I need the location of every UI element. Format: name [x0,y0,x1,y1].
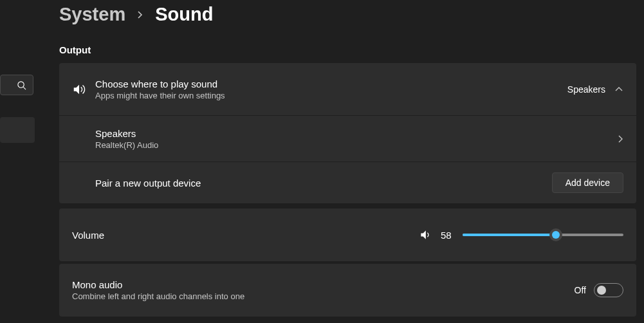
mono-audio-subtitle: Combine left and right audio channels in… [72,291,575,301]
mono-audio-state: Off [575,285,586,295]
volume-slider[interactable] [463,228,623,241]
search-box[interactable] [0,75,33,95]
section-output-title: Output [59,44,636,55]
volume-label: Volume [72,230,419,241]
chevron-up-icon [614,86,623,93]
svg-line-1 [23,87,26,89]
mono-audio-toggle[interactable] [594,283,623,297]
output-selector-current: Speakers [567,84,605,95]
output-selector-title: Choose where to play sound [95,78,567,89]
svg-point-0 [18,81,24,87]
pair-device-row: Pair a new output device Add device [59,162,636,203]
pair-device-label: Pair a new output device [95,178,552,189]
breadcrumb-parent[interactable]: System [59,4,125,25]
volume-slider-thumb[interactable] [549,228,562,241]
output-device-row[interactable]: Speakers Realtek(R) Audio [59,116,636,162]
sidebar-fragment [0,0,35,323]
mono-audio-title: Mono audio [72,279,575,290]
speaker-icon [72,82,95,97]
output-card-group: Choose where to play sound Apps might ha… [59,63,636,203]
volume-value: 58 [441,230,454,241]
output-device-driver: Realtek(R) Audio [95,140,618,150]
mono-audio-row: Mono audio Combine left and right audio … [59,264,636,317]
svg-marker-2 [74,84,79,94]
search-icon [17,80,26,90]
volume-row: Volume 58 [59,208,636,261]
output-device-name: Speakers [95,128,618,139]
breadcrumb-current: Sound [155,4,213,25]
breadcrumb: System Sound [59,4,636,25]
svg-marker-3 [421,230,426,239]
volume-icon[interactable] [419,228,432,241]
chevron-right-icon [137,10,143,19]
sidebar-item-active[interactable] [0,117,35,143]
output-selector-row[interactable]: Choose where to play sound Apps might ha… [59,63,636,116]
add-device-button[interactable]: Add device [552,172,623,193]
chevron-right-icon [618,134,623,143]
output-selector-subtitle: Apps might have their own settings [95,91,567,100]
